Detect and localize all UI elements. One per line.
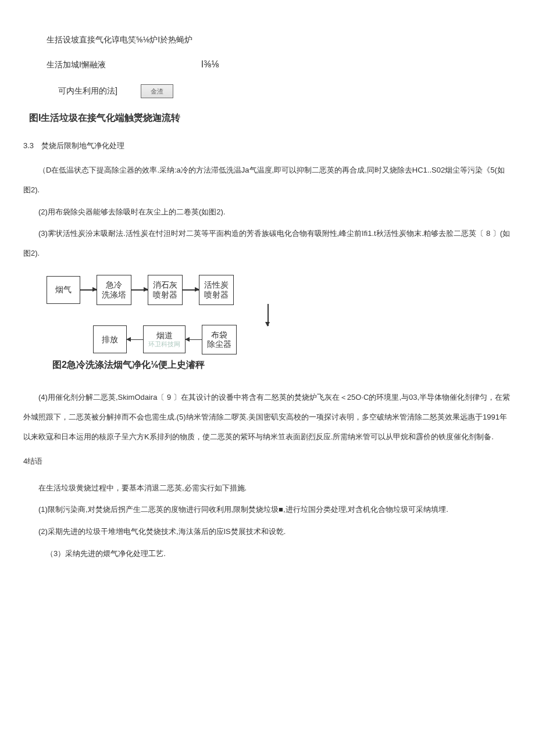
vertical-connector: [268, 305, 512, 325]
arrow-icon: [80, 289, 97, 291]
box-line: 洗涤塔: [102, 290, 126, 300]
arrow-icon: [127, 339, 143, 341]
box-emission: 排放: [93, 325, 127, 353]
box-flue-gas: 烟气: [47, 276, 80, 304]
box-line: 喷射器: [204, 290, 229, 300]
diagram-row1: 烟气 急冷 洗涤塔 消石灰 喷射器 活性炭 喷射器: [47, 275, 512, 305]
box-lime-injector: 消石灰 喷射器: [148, 275, 183, 305]
arrow-icon: [131, 289, 148, 291]
top-text-line1: 生括设坡直接气化谆电笑⅝⅛炉I於热蝇炉: [23, 35, 512, 45]
box-line: 急冷: [102, 280, 126, 290]
paragraph-4: (4)用催化剂分解二恶英,SkimOdaira〔 9 〕在其设计的设番中将含有二…: [23, 388, 512, 446]
box-line: 布袋: [207, 330, 231, 340]
figure2-caption: 图2急冷洗涤法烟气净化⅛便上史濬秤: [23, 359, 512, 371]
top-text-line2: 生活加城I懈融液 I⅜⅛: [23, 59, 512, 70]
line1-text: 生括设坡直接气化谆电笑⅝⅛炉I於热蝇炉: [47, 35, 192, 44]
box-line: 活性炭: [204, 280, 229, 290]
line2-left: 生活加城I懈融液: [47, 60, 106, 69]
watermark-text: 环卫科技网: [148, 341, 180, 348]
paragraph-5: 在生活垃圾黄烧过程中，要基本消退二恶英,必需实行如下措施.: [23, 478, 512, 498]
paragraph-1: （D在低温状态下提高除尘器的效率.采纳:a冷的方法滞低洗温Ja气温度,即可以抑制…: [23, 160, 512, 200]
box-flue: 烟道 环卫科技网: [143, 325, 186, 353]
arrow-icon: [183, 289, 199, 291]
paragraph-6: (1)限制污染商,对焚烧后拐产生二恶英的度物进行同收利用,限制焚烧垃圾■,进行垃…: [23, 500, 512, 519]
box-bag-filter: 布袋 除尘器: [202, 325, 237, 355]
line3-left: 可内生利用的法]: [58, 86, 117, 96]
paragraph-3: (3)霁状活性炭汾末吸耐法.活性炭在忖泹时对二英等平面构造的芳香族碳电化合物有吸…: [23, 224, 512, 263]
paragraph-2: (2)用布袋除尖器能够去除吸时在灰尘上的二卷英(如图2).: [23, 202, 512, 222]
box-line: 喷射器: [153, 290, 177, 300]
box-carbon-injector: 活性炭 喷射器: [199, 275, 234, 305]
box-line: 烟道: [148, 331, 180, 341]
paragraph-7: (2)采期先进的垃圾干堆增电气化焚烧技术,海汰落后的应IS焚展技术和设乾.: [23, 522, 512, 542]
paragraph-8: （3）采纳先进的煨气净化处理工艺.: [23, 544, 512, 564]
top-text-line3: 可内生利用的法] 金渣: [23, 84, 512, 98]
arrow-icon: [186, 339, 202, 341]
box-line: 除尘器: [207, 339, 231, 349]
figure2-diagram: 烟气 急冷 洗涤塔 消石灰 喷射器 活性炭 喷射器 排放 烟道 环卫科技网 布袋…: [47, 275, 512, 354]
box-quench-tower: 急冷 洗涤塔: [97, 275, 131, 305]
slag-box: 金渣: [141, 84, 173, 98]
box-line: 消石灰: [153, 280, 177, 290]
diagram-row2: 排放 烟道 环卫科技网 布袋 除尘器: [93, 325, 512, 355]
section-4-head: 4结语: [23, 456, 512, 467]
figure1-caption: 图I生活垃圾在接气化端触爕烧迦流转: [23, 112, 512, 124]
line2-right: I⅜⅛: [201, 59, 219, 70]
section-3-3-head: 3.3 焚烧后限制地气净化处理: [23, 141, 512, 151]
